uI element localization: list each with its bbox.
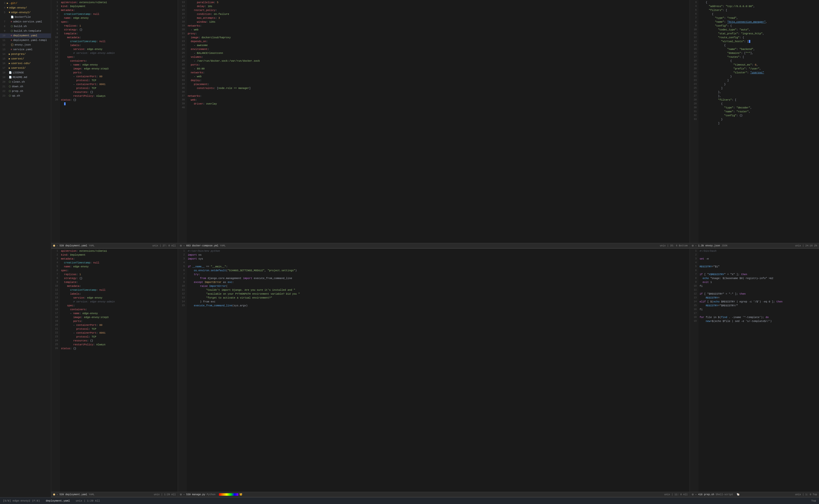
pane-filetype-6: Shell-script xyxy=(716,493,733,496)
nyan-emoji: 🐱 xyxy=(239,493,242,496)
file-icon: 📄 xyxy=(7,15,14,19)
sidebar-item-build-sh[interactable]: 8 ⬡ build.sh xyxy=(0,24,51,29)
sidebar-item-envoy-json[interactable]: 12 {} envoy.json xyxy=(0,43,51,47)
modified-dot-2 xyxy=(53,494,55,495)
sidebar-item-down[interactable]: 21 ⬡ down.sh xyxy=(0,84,51,89)
sidebar-item-prep[interactable]: 22 ⬡ prep.sh xyxy=(0,89,51,94)
sidebar-item-usersvc[interactable]: 15 ▶ usersvc/ xyxy=(0,57,51,61)
line-numbers-bottom-right: 1234 5678 9101112 13141516 171819 xyxy=(690,249,699,492)
pane-filename: - 539 deployment.yaml xyxy=(57,244,87,247)
nyan-bar xyxy=(219,493,238,496)
statusbar-top-middle: - 663 docker-compose.yml YAML unix | 35:… xyxy=(178,243,690,248)
sidebar-item-admin-yaml[interactable]: 7 ≡ admin-service.yaml xyxy=(0,19,51,24)
line-numbers-top-middle: 13141516 17181920 21222324 25262728 2930… xyxy=(178,0,187,243)
code-lines-bottom-right: #!/bin/bash set -e REGISTRY="$1" if [ "X… xyxy=(699,249,819,492)
statusbar-bottom-left: - 539 deployment.yaml YAML unix | 1:29 A… xyxy=(51,492,178,497)
folder-icon-2: ▶ xyxy=(7,52,10,56)
yaml-icon-2: ≡ xyxy=(7,34,12,38)
sidebar-item-readme[interactable]: 19 📄 README.md xyxy=(0,75,51,80)
sidebar-item-service-yaml[interactable]: 13 ≡ service.yaml xyxy=(0,47,51,52)
file-icon-3: 📄 xyxy=(7,75,12,79)
pane-filetype-3: YAML xyxy=(220,244,226,247)
code-lines-bottom-left: apiVersion: extensions/v1beta1 kind: Dep… xyxy=(60,249,178,492)
sidebar-item-deployment-templ[interactable]: 11 ≡ deployment.yaml-templ xyxy=(0,38,51,43)
bottom-position: unix | 1:29 All xyxy=(76,499,100,502)
file-icon-2: 📄 xyxy=(7,71,12,75)
sh-icon-5: ⬡ xyxy=(7,89,11,93)
sh-icon-indicator: 🐚 xyxy=(737,493,740,496)
top-left-pane: 1234 5678 9101112 13141516 17181920 2122… xyxy=(51,0,178,249)
line-numbers-top-right: 3456 78910 11121314 15161718 19202122 23… xyxy=(690,0,699,243)
line-numbers-bottom-middle: 1234 5678 9101112 131415 xyxy=(178,249,187,492)
statusbar-bottom-right: - 418 prep.sh Shell-script 🐚 unix | 1: 0… xyxy=(690,492,819,497)
sidebar-item-clean[interactable]: 20 ⬡ clean.sh xyxy=(0,80,51,84)
folder-open-icon-2: ▼ xyxy=(7,10,10,15)
sidebar-item-build-template[interactable]: 9 ⬡ build.sh-template xyxy=(0,29,51,33)
bottom-filename: deployment.yaml xyxy=(46,499,70,502)
modified-dot-6 xyxy=(692,494,694,495)
pane-position-2: unix | 1:29 All xyxy=(154,493,176,496)
pane-filetype-4: Python xyxy=(207,493,215,496)
modified-dot-5 xyxy=(692,245,694,247)
session-info: [5/8] edge-envoy2 (F:8) xyxy=(3,499,40,502)
sidebar-item-dockerfile[interactable]: 📄 Dockerfile xyxy=(0,15,51,19)
pane-filename-6: - 418 prep.sh xyxy=(695,493,714,496)
pane-filename-5: - 1.3k envoy.json xyxy=(695,244,720,247)
sidebar-item-deployment-yaml[interactable]: 10 ≡ deployment.yaml xyxy=(0,33,51,38)
pane-filename-4: - 539 manage.py xyxy=(183,493,205,496)
bottom-statusbar: [5/8] edge-envoy2 (F:8) deployment.yaml … xyxy=(0,497,819,504)
pane-filename-3: - 663 docker-compose.yml xyxy=(183,244,218,247)
modified-dot xyxy=(53,245,55,247)
modified-dot-3 xyxy=(180,245,182,247)
pane-position: unix | 27: 0 All xyxy=(152,244,176,247)
sidebar: 3 ▶ .git/ 4 ▼ edge-envoy/ 5 ▼ edge-envoy… xyxy=(0,0,51,497)
sidebar-item-edge-envoy[interactable]: 4 ▼ edge-envoy/ xyxy=(0,6,51,10)
line-numbers-bottom-left: 1234 5678 9101112 13141516 17181920 2122… xyxy=(51,249,60,492)
sidebar-item-edge-envoy2[interactable]: 5 ▼ edge-envoy2/ xyxy=(0,10,51,15)
sh-icon-4: ⬡ xyxy=(7,85,11,89)
sidebar-item-postgres[interactable]: 14 ▶ postgres/ xyxy=(0,52,51,57)
sidebar-item-up[interactable]: 23 ⬡ up.sh xyxy=(0,94,51,98)
folder-icon-4: ▶ xyxy=(7,61,10,66)
modified-dot-4 xyxy=(180,494,182,495)
bottom-left-pane: 1234 5678 9101112 13141516 17181920 2122… xyxy=(51,249,178,497)
pane-filetype-2: YAML xyxy=(89,493,95,496)
pane-position-4: unix | 11: 0 All xyxy=(664,493,688,496)
yaml-icon-3: ≡ xyxy=(7,38,12,42)
yaml-icon: ≡ xyxy=(7,20,12,24)
top-right-pane: 3456 78910 11121314 15161718 19202122 23… xyxy=(690,0,819,249)
bottom-middle-pane: 1234 5678 9101112 131415 #!/usr/bin/env … xyxy=(178,249,690,497)
sh-icon: ⬡ xyxy=(7,24,13,29)
pane-position-3: unix | 35: 6 Bottom xyxy=(660,244,688,247)
bottom-right-pane: 1234 5678 9101112 13141516 171819 #!/bin… xyxy=(690,249,819,497)
top-middle-pane: 13141516 17181920 21222324 25262728 2930… xyxy=(178,0,690,249)
sh-icon-3: ⬡ xyxy=(7,80,11,84)
pane-filetype-5: JSON xyxy=(721,244,727,247)
sidebar-item-usersvc2[interactable]: 17 ▶ usersvc2/ xyxy=(0,66,51,70)
statusbar-top-left: - 539 deployment.yaml YAML unix | 27: 0 … xyxy=(51,243,178,248)
yaml-icon-4: ≡ xyxy=(7,48,12,52)
pane-filename-2: - 539 deployment.yaml xyxy=(57,493,87,496)
sidebar-item-git[interactable]: 3 ▶ .git/ xyxy=(0,1,51,6)
sidebar-item-usersvc-sds[interactable]: 16 ▶ usersvc-sds/ xyxy=(0,61,51,66)
sidebar-item-license[interactable]: 18 📄 LICENSE xyxy=(0,70,51,75)
line-numbers-top-left: 1234 5678 9101112 13141516 17181920 2122… xyxy=(51,0,60,243)
folder-open-icon: ▼ xyxy=(7,6,8,10)
top-label: Top xyxy=(811,499,816,502)
statusbar-bottom-middle: - 539 manage.py Python 🐱 unix | 11: 0 Al… xyxy=(178,492,690,497)
folder-icon-5: ▶ xyxy=(7,66,10,70)
json-icon: {} xyxy=(7,43,14,47)
folder-icon: ▶ xyxy=(7,1,8,5)
pane-position-6: unix | 1: 0 Top xyxy=(795,493,817,496)
code-lines-top-middle: parallelism: 5 delay: 10s restart_policy… xyxy=(187,0,690,243)
pane-filetype: YAML xyxy=(89,244,95,247)
code-lines-top-left: apiVersion: extensions/v1beta1 kind: Dep… xyxy=(60,0,178,243)
folder-icon-3: ▶ xyxy=(7,57,10,61)
pane-position-5: unix | 24:16 2% xyxy=(795,244,817,247)
code-lines-top-right: { "address": "tcp://0.0.0.0:80", "filter… xyxy=(699,0,819,243)
code-lines-bottom-middle: #!/usr/bin/env python import os import s… xyxy=(187,249,690,492)
sh-icon-6: ⬡ xyxy=(7,94,11,98)
statusbar-top-right: - 1.3k envoy.json JSON unix | 24:16 2% xyxy=(690,243,819,248)
sh-icon-2: ⬡ xyxy=(7,29,13,33)
